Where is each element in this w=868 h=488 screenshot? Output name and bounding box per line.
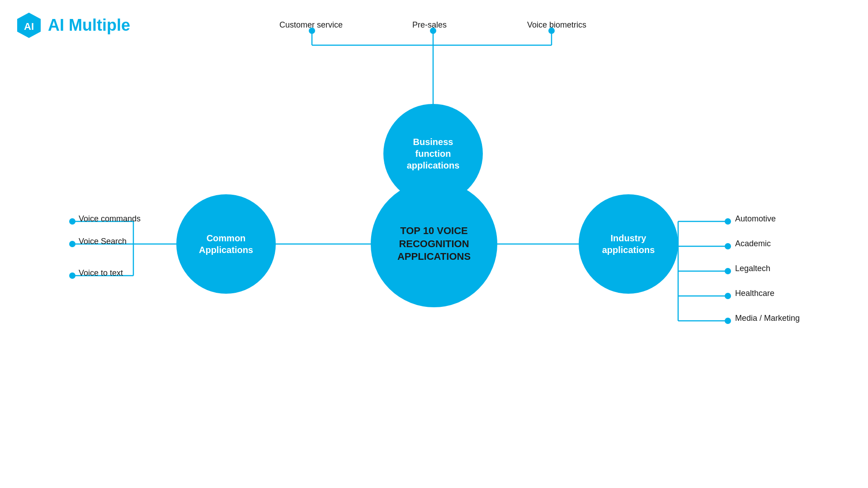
- business-item-1: Customer service: [279, 20, 343, 30]
- common-item-3: Voice to text: [79, 268, 123, 278]
- svg-point-32: [725, 293, 731, 299]
- industry-item-1: Automotive: [735, 214, 776, 224]
- industry-item-2: Academic: [735, 239, 771, 249]
- common-node: CommonApplications: [176, 194, 276, 294]
- business-item-2: Pre-sales: [412, 20, 447, 30]
- industry-item-5: Media / Marketing: [735, 314, 800, 323]
- industry-item-4: Healthcare: [735, 289, 774, 298]
- svg-point-31: [725, 268, 731, 274]
- svg-point-30: [725, 243, 731, 249]
- center-title: TOP 10 VOICE RECOGNITION APPLICATIONS: [373, 220, 495, 268]
- business-item-3: Voice biometrics: [527, 20, 586, 30]
- common-item-2: Voice Search: [79, 237, 127, 246]
- svg-point-33: [725, 318, 731, 324]
- industry-node: Industryapplications: [579, 194, 678, 294]
- common-item-1: Voice commands: [79, 214, 141, 224]
- svg-point-20: [69, 272, 75, 279]
- common-label: CommonApplications: [194, 228, 258, 260]
- svg-point-29: [725, 218, 731, 225]
- industry-label: Industryapplications: [598, 228, 660, 260]
- industry-item-3: Legaltech: [735, 264, 770, 273]
- svg-point-18: [69, 218, 75, 225]
- business-node: Businessfunctionapplications: [383, 104, 483, 203]
- business-label: Businessfunctionapplications: [402, 131, 464, 176]
- svg-point-19: [69, 241, 75, 247]
